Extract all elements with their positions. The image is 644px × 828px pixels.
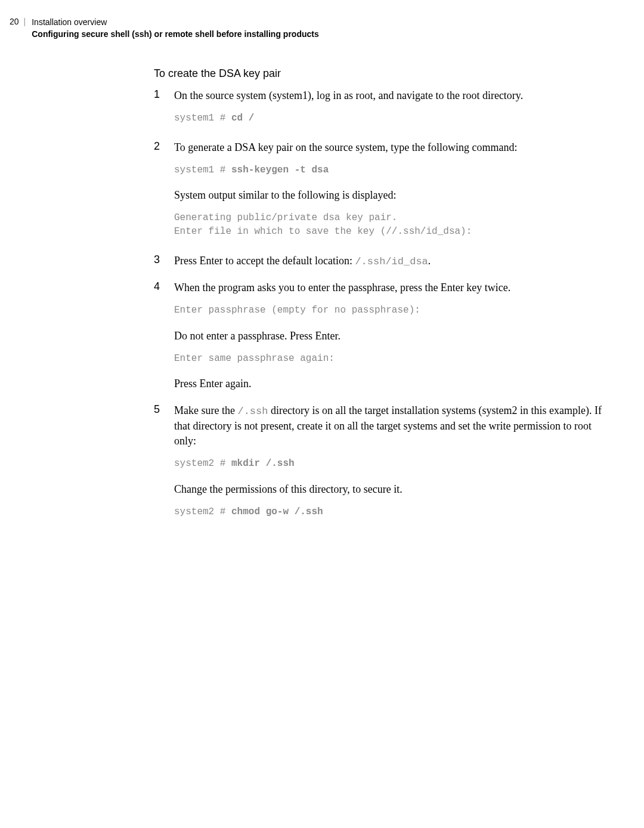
- step-2-body: To generate a DSA key pair on the source…: [174, 140, 602, 250]
- step-2-code2: Generating public/private dsa key pair. …: [174, 211, 602, 239]
- step-2-code1: system1 # ssh-keygen -t dsa: [174, 163, 602, 177]
- code-command: cd /: [231, 113, 254, 123]
- step-4: 4 When the program asks you to enter the…: [154, 280, 602, 400]
- step-1-body: On the source system (system1), log in a…: [174, 88, 602, 136]
- code-command: ssh-keygen -t dsa: [231, 165, 329, 175]
- step-2-text2: System output similar to the following i…: [174, 188, 602, 203]
- code-prefix: system1 #: [174, 113, 231, 123]
- code-prefix: system2 #: [174, 506, 231, 517]
- step-1-text: On the source system (system1), log in a…: [174, 88, 602, 103]
- step-1: 1 On the source system (system1), log in…: [154, 88, 602, 136]
- step-4-code1: Enter passphrase (empty for no passphras…: [174, 304, 602, 317]
- step-5-code2: system2 # chmod go-w /.ssh: [174, 505, 602, 519]
- step-5-number: 5: [154, 403, 174, 530]
- step-4-body: When the program asks you to enter the p…: [174, 280, 602, 400]
- step-5-text-before: Make sure the: [174, 404, 237, 416]
- header-divider: |: [24, 17, 26, 26]
- step-4-number: 4: [154, 280, 174, 400]
- step-3-number: 3: [154, 254, 174, 277]
- step-4-text2: Do not enter a passphrase. Press Enter.: [174, 329, 602, 344]
- step-2: 2 To generate a DSA key pair on the sour…: [154, 140, 602, 250]
- step-5: 5 Make sure the /.ssh directory is on al…: [154, 403, 602, 530]
- step-1-number: 1: [154, 88, 174, 136]
- step-5-text2: Change the permissions of this directory…: [174, 482, 602, 497]
- section-title: To create the DSA key pair: [154, 67, 602, 80]
- step-5-inline-code: /.ssh: [237, 406, 268, 417]
- step-3: 3 Press Enter to accept the default loca…: [154, 254, 602, 277]
- step-3-body: Press Enter to accept the default locati…: [174, 254, 602, 277]
- code-prefix: system1 #: [174, 165, 231, 175]
- step-2-text: To generate a DSA key pair on the source…: [174, 140, 602, 155]
- step-5-body: Make sure the /.ssh directory is on all …: [174, 403, 602, 530]
- code-command: chmod go-w /.ssh: [231, 506, 323, 517]
- page-header: 20 | Installation overview Configuring s…: [0, 0, 644, 47]
- step-2-number: 2: [154, 140, 174, 250]
- step-4-text: When the program asks you to enter the p…: [174, 280, 602, 295]
- step-3-text: Press Enter to accept the default locati…: [174, 254, 602, 269]
- code-command: mkdir /.ssh: [231, 458, 295, 469]
- step-4-code2: Enter same passphrase again:: [174, 352, 602, 366]
- main-content: To create the DSA key pair 1 On the sour…: [154, 67, 602, 530]
- step-1-code: system1 # cd /: [174, 112, 602, 125]
- header-section: Configuring secure shell (ssh) or remote…: [32, 29, 319, 41]
- page-number: 20: [10, 17, 19, 26]
- header-chapter: Installation overview: [32, 17, 319, 29]
- step-3-text-before: Press Enter to accept the default locati…: [174, 255, 355, 267]
- step-5-code1: system2 # mkdir /.ssh: [174, 457, 602, 471]
- step-3-inline-code: /.ssh/id_dsa: [355, 256, 428, 267]
- header-text-block: Installation overview Configuring secure…: [32, 17, 319, 40]
- step-4-text3: Press Enter again.: [174, 376, 602, 391]
- code-prefix: system2 #: [174, 458, 231, 469]
- step-5-text: Make sure the /.ssh directory is on all …: [174, 403, 602, 449]
- step-3-text-after: .: [428, 255, 431, 267]
